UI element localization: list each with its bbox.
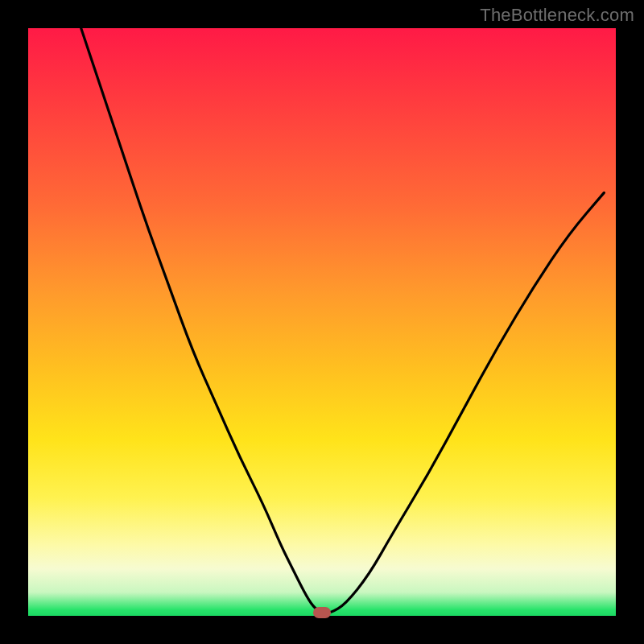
watermark-text: TheBottleneck.com <box>480 5 634 26</box>
chart-frame: TheBottleneck.com <box>0 0 644 644</box>
plot-area <box>28 28 616 616</box>
optimum-marker <box>313 607 331 618</box>
bottleneck-curve <box>28 28 616 616</box>
